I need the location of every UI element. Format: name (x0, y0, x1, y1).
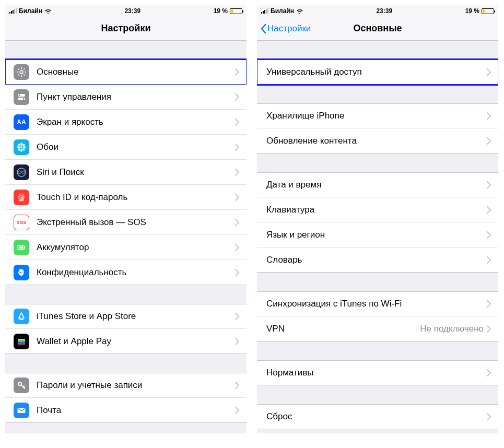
general-list: Универсальный доступ Хранилище iPhone Об… (257, 41, 498, 433)
back-button[interactable]: Настройки (260, 17, 311, 40)
nav-header: Настройки (5, 17, 247, 41)
row-display[interactable]: AA Экран и яркость (5, 110, 247, 135)
row-label: Сброс (266, 411, 487, 422)
phone-general: Билайн 23:39 19 % Настройки Основные Уни… (257, 5, 498, 433)
row-wallet[interactable]: Wallet и Apple Pay (5, 329, 247, 354)
row-itunes-wifi[interactable]: Синхронизация с iTunes по Wi-Fi (257, 291, 498, 316)
wifi-icon (296, 8, 303, 14)
row-label: Обои (37, 142, 235, 152)
status-left: Билайн (9, 7, 52, 15)
svg-point-13 (20, 146, 22, 148)
status-right: 19 % (214, 7, 242, 15)
row-label: Почта (37, 405, 235, 416)
spacer (5, 285, 247, 304)
row-label: VPN (266, 324, 420, 334)
status-left: Билайн (261, 7, 303, 15)
page-title: Основные (353, 23, 402, 34)
row-label: Язык и регион (266, 230, 487, 240)
row-datetime[interactable]: Дата и время (257, 172, 498, 197)
row-label: Синхронизация с iTunes по Wi-Fi (266, 299, 487, 309)
row-siri[interactable]: Siri и Поиск (5, 160, 247, 185)
row-label: Словарь (266, 255, 487, 265)
row-storage[interactable]: Хранилище iPhone (257, 103, 498, 128)
row-passwords[interactable]: Пароли и учетные записи (5, 373, 247, 398)
row-label: Экстренный вызов — SOS (37, 217, 235, 228)
svg-point-14 (20, 143, 22, 146)
row-vpn[interactable]: VPN Не подключено (257, 316, 498, 341)
row-label: Touch ID и код-пароль (37, 192, 235, 203)
svg-point-0 (20, 70, 23, 74)
svg-rect-28 (18, 340, 25, 342)
wifi-icon (44, 8, 52, 14)
status-time: 23:39 (124, 7, 140, 15)
battery-pct: 19 % (465, 7, 479, 15)
row-dictionary[interactable]: Словарь (257, 247, 498, 273)
row-language[interactable]: Язык и регион (257, 222, 498, 247)
row-battery[interactable]: Аккумулятор (5, 235, 247, 260)
row-label: Хранилище iPhone (266, 111, 487, 121)
nav-header: Настройки Основные (257, 17, 498, 41)
control-icon (14, 89, 29, 105)
battery-pct: 19 % (214, 7, 228, 15)
wallpaper-icon (14, 139, 29, 155)
status-right: 19 % (465, 7, 494, 15)
page-title: Настройки (101, 23, 151, 34)
svg-point-10 (19, 95, 20, 96)
row-label: Конфиденциальность (37, 267, 235, 278)
svg-point-15 (20, 149, 22, 152)
touchid-icon (14, 190, 29, 205)
row-privacy[interactable]: Конфиденциальность (5, 260, 247, 285)
row-regulatory[interactable]: Нормативы (257, 360, 498, 385)
row-refresh[interactable]: Обновление контента (257, 128, 498, 154)
row-touchid[interactable]: Touch ID и код-пароль (5, 185, 247, 210)
svg-rect-27 (18, 339, 25, 340)
row-label: Клавиатура (266, 205, 487, 215)
svg-rect-29 (18, 342, 25, 344)
status-bar: Билайн 23:39 19 % (257, 5, 498, 17)
spacer (257, 385, 498, 404)
row-label: iTunes Store и App Store (37, 311, 235, 322)
sos-icon: SOS (14, 215, 29, 230)
row-control[interactable]: Пункт управления (5, 85, 247, 110)
row-detail: Не подключено (420, 324, 484, 334)
spacer (5, 423, 247, 433)
wallet-icon (14, 334, 29, 349)
row-keyboard[interactable]: Клавиатура (257, 197, 498, 222)
row-general[interactable]: Основные (5, 60, 247, 85)
siri-icon (14, 164, 29, 180)
carrier-label: Билайн (19, 7, 42, 15)
row-label: Основные (37, 67, 235, 77)
svg-rect-24 (25, 246, 26, 249)
svg-line-8 (24, 69, 25, 70)
passwords-icon (14, 378, 29, 393)
spacer (257, 273, 498, 291)
row-label: Нормативы (266, 368, 487, 378)
row-reset[interactable]: Сброс (257, 404, 498, 429)
spacer (257, 429, 498, 433)
phone-settings: Билайн 23:39 19 % Настройки Основные Пун… (5, 5, 247, 433)
row-appstore[interactable]: iTunes Store и App Store (5, 304, 247, 329)
spacer (5, 354, 247, 373)
spacer (257, 154, 498, 172)
row-sos[interactable]: SOS Экстренный вызов — SOS (5, 210, 247, 235)
row-label: Аккумулятор (37, 242, 235, 253)
row-mail[interactable]: Почта (5, 398, 247, 423)
spacer (5, 41, 247, 60)
settings-list: Основные Пункт управления AA Экран и ярк… (5, 41, 247, 433)
signal-icon (9, 8, 17, 14)
spacer (257, 85, 498, 103)
display-icon: AA (14, 114, 29, 130)
svg-point-12 (23, 98, 25, 100)
row-wallpaper[interactable]: Обои (5, 135, 247, 160)
spacer (257, 341, 498, 360)
battery-icon (482, 8, 494, 14)
svg-rect-30 (18, 344, 25, 345)
row-label: Пароли и учетные записи (37, 380, 235, 391)
row-label: Дата и время (266, 180, 487, 190)
battery-icon (230, 8, 242, 14)
row-accessibility[interactable]: Универсальный доступ (257, 60, 498, 85)
privacy-icon (14, 265, 29, 280)
status-time: 23:39 (376, 7, 392, 15)
svg-line-6 (24, 74, 25, 75)
svg-point-17 (23, 146, 26, 148)
